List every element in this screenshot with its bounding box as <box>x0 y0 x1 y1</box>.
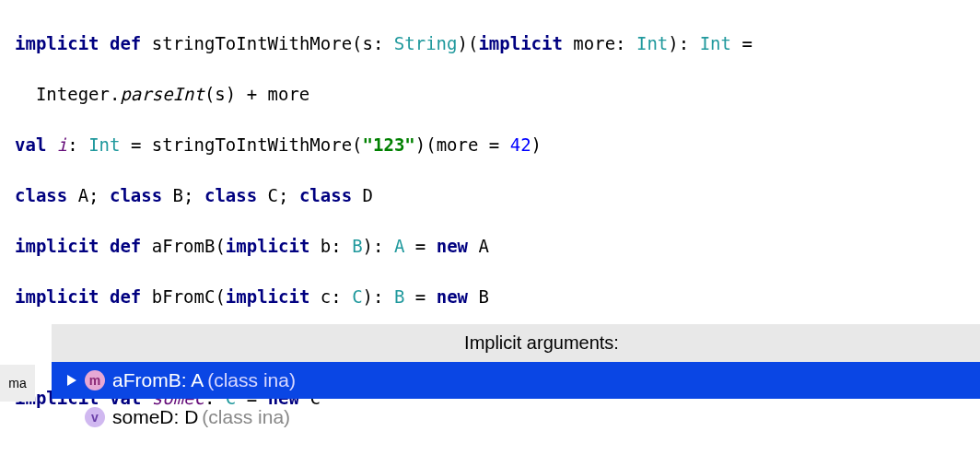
popup-item-somed[interactable]: v someD: D (class ina) <box>52 399 980 436</box>
number-literal: 42 <box>510 134 531 155</box>
keyword: class <box>204 185 257 205</box>
text: )( <box>458 33 479 53</box>
keyword: def <box>110 286 141 307</box>
text: A <box>468 236 489 256</box>
text: ): <box>363 236 394 256</box>
type: C <box>352 286 362 307</box>
text: = <box>731 33 752 53</box>
popup-item-name: someD: D <box>112 403 198 431</box>
method-icon: m <box>85 370 105 390</box>
type: String <box>394 33 458 53</box>
text: = stringToIntWithMore( <box>120 134 362 155</box>
popup-item-tail: (class ina) <box>207 367 296 394</box>
keyword: implicit <box>478 33 563 53</box>
popup-item-tail: (class ina) <box>202 403 290 431</box>
code-line: implicit def bFromC(implicit c: C): B = … <box>15 285 980 310</box>
popup-item-afromb[interactable]: m aFromB: A (class ina) <box>52 362 980 399</box>
keyword: new <box>437 286 468 307</box>
keyword: new <box>437 236 468 256</box>
code-line: val i: Int = stringToIntWithMore("123")(… <box>15 133 980 158</box>
function-name: stringToIntWithMore <box>152 33 352 53</box>
text: A; <box>67 185 110 205</box>
popup-items: m aFromB: A (class ina) v someD: D (clas… <box>0 362 980 436</box>
value-icon: v <box>85 407 105 427</box>
function-name: bFromC <box>152 286 216 307</box>
keyword: implicit <box>226 286 310 307</box>
text: (s: <box>352 33 394 53</box>
code-line: implicit def stringToIntWithMore(s: Stri… <box>15 31 980 57</box>
text: (s) + more <box>204 84 309 104</box>
text: ): <box>668 33 699 53</box>
keyword: implicit <box>15 33 99 53</box>
text: b: <box>309 236 352 256</box>
text: B <box>468 286 489 307</box>
variable: i <box>57 134 67 155</box>
string-literal: "123" <box>363 134 415 155</box>
keyword: def <box>110 236 141 256</box>
function-call: parseInt <box>120 84 204 104</box>
text: more: <box>563 33 636 53</box>
code-line: implicit def aFromB(implicit b: B): A = … <box>15 234 980 260</box>
code-line: class A; class B; class C; class D <box>15 183 980 209</box>
implicit-arguments-popup: Implicit arguments: m aFromB: A (class i… <box>0 324 980 436</box>
text: c: <box>309 286 352 307</box>
code-line: Integer.parseInt(s) + more <box>15 82 980 108</box>
type: A <box>394 236 404 256</box>
svg-marker-0 <box>67 375 76 386</box>
text: C; <box>257 185 299 205</box>
popup-header: Implicit arguments: <box>52 324 980 362</box>
keyword: implicit <box>226 236 310 256</box>
keyword: class <box>110 185 162 205</box>
text: = <box>404 236 436 256</box>
type: Int <box>636 33 668 53</box>
type: B <box>394 286 404 307</box>
text: : <box>67 134 88 155</box>
text: ) <box>531 134 542 155</box>
text: B; <box>162 185 204 205</box>
function-name: aFromB <box>152 236 216 256</box>
gutter-label: ma <box>0 365 35 402</box>
text: Integer. <box>36 84 121 104</box>
type: Int <box>88 134 120 155</box>
keyword: val <box>15 134 46 155</box>
expand-arrow-icon[interactable] <box>63 375 81 386</box>
text: )(more = <box>415 134 510 155</box>
text: D <box>352 185 373 205</box>
keyword: implicit <box>15 236 99 256</box>
keyword: implicit <box>15 286 99 307</box>
text: ): <box>363 286 394 307</box>
keyword: def <box>110 33 141 53</box>
text: ( <box>215 236 225 256</box>
type: Int <box>700 33 731 53</box>
text <box>15 84 36 104</box>
keyword: class <box>299 185 352 205</box>
type: B <box>352 236 362 256</box>
text: = <box>404 286 436 307</box>
text: ( <box>215 286 225 307</box>
code-line <box>15 437 980 462</box>
popup-item-name: aFromB: A <box>112 367 204 394</box>
keyword: class <box>15 185 67 205</box>
